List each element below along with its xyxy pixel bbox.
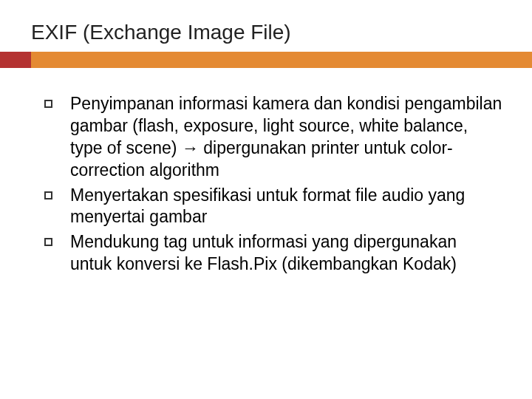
list-item-text: Mendukung tag untuk informasi yang diper…	[70, 231, 502, 276]
accent-bar-right	[31, 52, 532, 68]
slide-body: Penyimpanan informasi kamera dan kondisi…	[0, 68, 532, 276]
list-item-text: Menyertakan spesifikasi untuk format fil…	[70, 185, 502, 229]
accent-bar-left	[0, 52, 31, 68]
list-item-text: Penyimpanan informasi kamera dan kondisi…	[70, 93, 502, 182]
square-bullet-icon	[44, 100, 52, 108]
list-item: Penyimpanan informasi kamera dan kondisi…	[44, 93, 502, 182]
slide-title: EXIF (Exchange Image File)	[0, 0, 532, 52]
square-bullet-icon	[44, 191, 52, 200]
bullet-list: Penyimpanan informasi kamera dan kondisi…	[44, 93, 502, 276]
square-bullet-icon	[44, 238, 52, 246]
list-item: Mendukung tag untuk informasi yang diper…	[44, 231, 502, 276]
list-item: Menyertakan spesifikasi untuk format fil…	[44, 185, 502, 229]
accent-bar	[0, 52, 532, 68]
